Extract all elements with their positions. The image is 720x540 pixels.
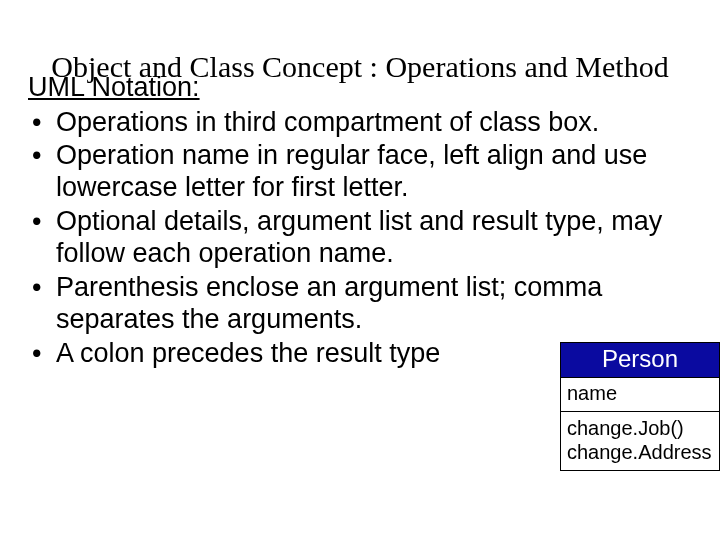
list-item: Optional details, argument list and resu… <box>28 206 692 270</box>
bullet-list: Operations in third compartment of class… <box>28 107 692 370</box>
uml-operation: change.Address <box>567 440 713 464</box>
uml-class-name: Person <box>561 343 719 378</box>
uml-class-box: Person name change.Job() change.Address <box>560 342 720 471</box>
slide: Object and Class Concept : Operations an… <box>0 0 720 540</box>
uml-operations: change.Job() change.Address <box>561 412 719 470</box>
list-item: Operation name in regular face, left ali… <box>28 140 692 204</box>
list-item: Parenthesis enclose an argument list; co… <box>28 272 692 336</box>
uml-attribute: name <box>561 378 719 412</box>
uml-operation: change.Job() <box>567 416 713 440</box>
list-item: Operations in third compartment of class… <box>28 107 692 139</box>
